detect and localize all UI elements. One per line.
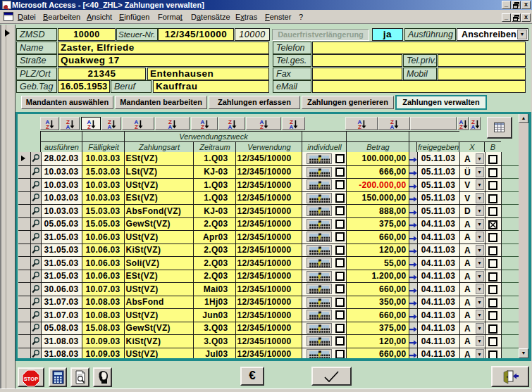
svg-text:A: A <box>107 124 111 129</box>
svg-text:A: A <box>228 124 232 129</box>
svg-text:A: A <box>471 124 475 129</box>
svg-text:A: A <box>390 124 394 129</box>
svg-text:A: A <box>66 124 70 129</box>
svg-text:Z: Z <box>46 124 49 129</box>
svg-text:A: A <box>168 124 173 129</box>
svg-text:STOP: STOP <box>24 376 38 382</box>
svg-text:Z: Z <box>135 124 138 129</box>
svg-text:Z: Z <box>260 124 264 129</box>
svg-text:Z: Z <box>201 124 204 129</box>
svg-text:A: A <box>290 124 294 129</box>
svg-text:Z: Z <box>87 124 91 129</box>
svg-text:Z: Z <box>358 124 361 129</box>
svg-text:Z: Z <box>459 124 463 129</box>
